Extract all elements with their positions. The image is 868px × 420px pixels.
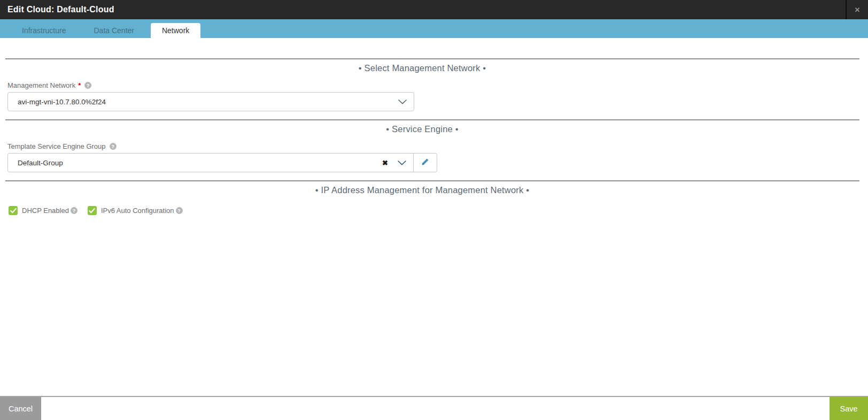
edit-pencil-icon [421, 158, 429, 168]
dhcp-enabled-checkbox-group: DHCP Enabled ? [9, 206, 78, 215]
dhcp-enabled-label: DHCP Enabled [22, 207, 69, 215]
cancel-button[interactable]: Cancel [0, 397, 41, 420]
template-seg-select-group: Default-Group ✖ [7, 153, 868, 172]
section-divider [5, 58, 859, 59]
modal-titlebar: Edit Cloud: Default-Cloud ✕ [0, 0, 868, 19]
close-icon: ✕ [855, 6, 861, 14]
section-heading-ip-address-management: • IP Address Management for Management N… [0, 185, 844, 195]
ipv6-auto-config-label: IPv6 Auto Configuration [101, 207, 174, 215]
required-asterisk: * [78, 81, 81, 89]
ipv6-auto-config-checkbox[interactable] [88, 206, 97, 215]
management-network-select-value: avi-mgt-vni-10.7.80.0%2f24 [8, 98, 106, 106]
tab-network[interactable]: Network [151, 23, 200, 38]
section-divider [5, 180, 859, 181]
checkmark-icon [89, 208, 95, 213]
modal-title: Edit Cloud: Default-Cloud [0, 5, 846, 14]
tab-bar: Infrastructure Data Center Network [0, 19, 868, 38]
help-icon[interactable]: ? [84, 82, 91, 89]
chevron-down-icon [398, 161, 406, 165]
template-seg-select-value: Default-Group [8, 159, 63, 167]
management-network-label: Management Network [7, 81, 75, 89]
section-heading-select-management-network: • Select Management Network • [0, 63, 844, 73]
clear-selection-icon[interactable]: ✖ [382, 159, 388, 166]
help-icon[interactable]: ? [176, 207, 183, 214]
template-seg-label-row: Template Service Engine Group ? [7, 142, 868, 150]
dhcp-enabled-checkbox[interactable] [9, 206, 18, 215]
tab-data-center[interactable]: Data Center [82, 23, 145, 38]
section-select-management-network: • Select Management Network • Management… [0, 58, 868, 111]
template-seg-label: Template Service Engine Group [7, 142, 106, 150]
close-button[interactable]: ✕ [846, 0, 868, 19]
ipv6-auto-config-checkbox-group: IPv6 Auto Configuration ? [88, 206, 183, 215]
template-seg-select[interactable]: Default-Group ✖ [7, 153, 414, 172]
section-service-engine: • Service Engine • Template Service Engi… [0, 119, 868, 172]
save-button[interactable]: Save [830, 397, 868, 420]
management-network-label-row: Management Network * ? [7, 81, 868, 89]
help-icon[interactable]: ? [71, 207, 78, 214]
edit-cloud-modal: Edit Cloud: Default-Cloud ✕ Infrastructu… [0, 0, 868, 420]
ipam-checkbox-row: DHCP Enabled ? IPv6 Auto Configuration ? [9, 206, 868, 215]
management-network-select[interactable]: avi-mgt-vni-10.7.80.0%2f24 [7, 92, 414, 111]
modal-body: • Select Management Network • Management… [0, 38, 868, 215]
checkmark-icon [10, 208, 17, 213]
management-network-select-icons [398, 93, 414, 111]
section-ip-address-management: • IP Address Management for Management N… [0, 180, 868, 215]
help-icon[interactable]: ? [110, 143, 117, 150]
modal-footer: Cancel Save [0, 396, 868, 420]
tab-infrastructure[interactable]: Infrastructure [11, 23, 77, 38]
template-seg-select-icons: ✖ [382, 154, 413, 172]
edit-service-engine-group-button[interactable] [413, 153, 437, 172]
chevron-down-icon [398, 100, 407, 104]
section-divider [5, 119, 859, 120]
section-heading-service-engine: • Service Engine • [0, 124, 844, 134]
